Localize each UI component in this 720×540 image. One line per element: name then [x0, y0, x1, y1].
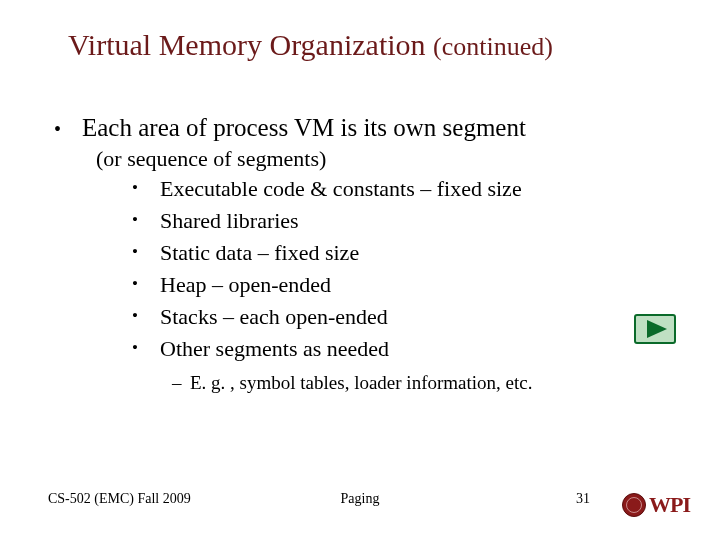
- bullet-text: Stacks – each open-ended: [160, 301, 388, 333]
- slide-title: Virtual Memory Organization (continued): [68, 28, 680, 62]
- bullet-text: Other segments as needed: [160, 333, 389, 365]
- bullet-dot: •: [132, 173, 160, 205]
- bullet-dot: •: [132, 301, 160, 333]
- bullet-level-1: • Each area of process VM is its own seg…: [54, 112, 680, 145]
- play-icon[interactable]: [634, 314, 676, 344]
- bullet-dot: •: [132, 237, 160, 269]
- bullet-level-2: • Heap – open-ended: [132, 269, 680, 301]
- title-main: Virtual Memory Organization: [68, 28, 433, 61]
- bullet-level-3: – E. g. , symbol tables, loader informat…: [172, 370, 680, 397]
- footer-page-number: 31: [576, 491, 590, 507]
- footer-logo: WPI: [622, 492, 690, 518]
- bullet-dot: •: [132, 205, 160, 237]
- bullet-paren: (or sequence of segments): [96, 145, 680, 174]
- bullet-dot: •: [132, 269, 160, 301]
- bullet-level-2: • Executable code & constants – fixed si…: [132, 173, 680, 205]
- bullet-text: Heap – open-ended: [160, 269, 331, 301]
- title-sub: (continued): [433, 32, 553, 61]
- slide-footer: CS-502 (EMC) Fall 2009 Paging 31 WPI: [0, 486, 720, 512]
- bullet-dot: •: [132, 333, 160, 365]
- bullet-level-2: • Other segments as needed: [132, 333, 680, 365]
- footer-course: CS-502 (EMC) Fall 2009: [48, 491, 288, 507]
- bullet-text: E. g. , symbol tables, loader informatio…: [190, 370, 532, 397]
- bullet-text: Shared libraries: [160, 205, 299, 237]
- bullet-dot: •: [54, 112, 82, 145]
- bullet-text: Each area of process VM is its own segme…: [82, 112, 526, 145]
- bullet-level-2: • Static data – fixed size: [132, 237, 680, 269]
- slide: Virtual Memory Organization (continued) …: [0, 0, 720, 540]
- bullet-text: Static data – fixed size: [160, 237, 359, 269]
- bullet-level-2: • Shared libraries: [132, 205, 680, 237]
- bullet-level-2: • Stacks – each open-ended: [132, 301, 680, 333]
- wpi-seal-icon: [622, 493, 646, 517]
- slide-body: • Each area of process VM is its own seg…: [54, 112, 680, 397]
- wpi-wordmark: WPI: [649, 492, 690, 518]
- footer-topic: Paging: [341, 491, 380, 507]
- bullet-text: Executable code & constants – fixed size: [160, 173, 522, 205]
- bullet-dash: –: [172, 370, 190, 397]
